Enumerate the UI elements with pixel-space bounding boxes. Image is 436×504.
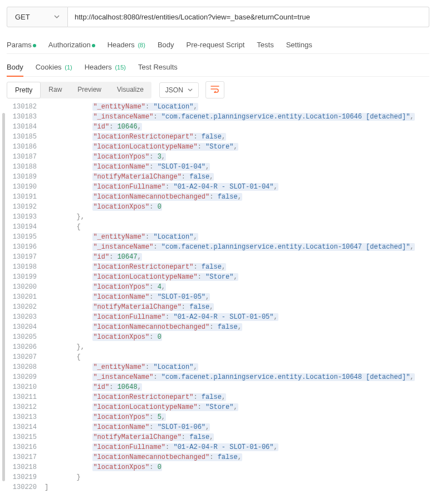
line-number: 130220 bbox=[7, 482, 37, 492]
code-line: "id": 10648, bbox=[45, 382, 429, 392]
tab-label: Params bbox=[7, 41, 32, 49]
format-value: JSON bbox=[165, 86, 183, 94]
line-number: 130193 bbox=[7, 212, 37, 222]
line-number: 130215 bbox=[7, 432, 37, 442]
code-line: "locationRestrictonepart": false, bbox=[45, 392, 429, 402]
code-line: "locationYpos": 4, bbox=[45, 282, 429, 292]
tab-label: Authorization bbox=[48, 41, 91, 49]
code-lines: "_entityName": "Location", "_instanceNam… bbox=[45, 102, 429, 492]
tab-body[interactable]: Body bbox=[158, 36, 174, 53]
request-tabs: Params Authorization Headers (8) Body Pr… bbox=[7, 36, 429, 54]
tab-label: Body bbox=[7, 63, 23, 71]
http-method-value: GET bbox=[15, 13, 30, 21]
resp-tab-cookies[interactable]: Cookies (1) bbox=[36, 58, 72, 76]
response-tabs: Body Cookies (1) Headers (15) Test Resul… bbox=[7, 58, 429, 77]
code-line: "id": 10647, bbox=[45, 252, 429, 262]
code-line: "locationLocationtypeName": "Store", bbox=[45, 272, 429, 282]
tab-prerequest[interactable]: Pre-request Script bbox=[187, 36, 245, 53]
tab-authorization[interactable]: Authorization bbox=[48, 36, 95, 53]
tab-label: Tests bbox=[257, 41, 273, 49]
line-number: 130190 bbox=[7, 182, 37, 192]
code-line: "locationName": "SLOT-01-06", bbox=[45, 422, 429, 432]
response-body-viewer[interactable]: 1301821301831301841301851301861301871301… bbox=[7, 102, 429, 492]
line-number: 130204 bbox=[7, 322, 37, 332]
line-number: 130209 bbox=[7, 372, 37, 382]
code-line: "locationLocationtypeName": "Store", bbox=[45, 402, 429, 412]
code-line: "locationLocationtypeName": "Store", bbox=[45, 142, 429, 152]
line-number: 130203 bbox=[7, 312, 37, 322]
url-input[interactable] bbox=[68, 7, 429, 27]
tab-params[interactable]: Params bbox=[7, 36, 36, 53]
code-line: "locationNamecannotbechanged": false, bbox=[45, 452, 429, 462]
line-number: 130196 bbox=[7, 242, 37, 252]
chevron-down-icon bbox=[54, 13, 60, 21]
tab-count: (8) bbox=[138, 42, 145, 48]
line-number: 130216 bbox=[7, 442, 37, 452]
tab-label: Settings bbox=[286, 41, 312, 49]
tab-settings[interactable]: Settings bbox=[286, 36, 312, 53]
line-number: 130183 bbox=[7, 112, 37, 122]
wrap-icon bbox=[210, 85, 219, 95]
line-number: 130206 bbox=[7, 342, 37, 352]
code-line: "locationNamecannotbechanged": false, bbox=[45, 322, 429, 332]
line-number: 130191 bbox=[7, 192, 37, 202]
tab-count: (15) bbox=[115, 64, 126, 71]
line-number: 130219 bbox=[7, 472, 37, 482]
view-preview[interactable]: Preview bbox=[70, 82, 109, 98]
view-raw[interactable]: Raw bbox=[41, 82, 70, 98]
code-line: "locationYpos": 5, bbox=[45, 412, 429, 422]
code-line: "locationXpos": 0 bbox=[45, 202, 429, 212]
code-line: "_instanceName": "com.facenet.planningse… bbox=[45, 112, 429, 122]
scrollbar[interactable] bbox=[2, 113, 5, 481]
code-line: ] bbox=[45, 482, 429, 492]
line-number: 130207 bbox=[7, 352, 37, 362]
code-line: { bbox=[45, 352, 429, 362]
chevron-down-icon bbox=[188, 86, 193, 94]
view-visualize[interactable]: Visualize bbox=[109, 82, 151, 98]
code-line: "locationNamecannotbechanged": false, bbox=[45, 192, 429, 202]
wrap-lines-button[interactable] bbox=[205, 81, 224, 98]
http-method-select[interactable]: GET bbox=[7, 7, 68, 27]
line-number: 130184 bbox=[7, 122, 37, 132]
tab-label: Headers bbox=[107, 41, 135, 49]
request-row: GET bbox=[7, 7, 429, 27]
line-number: 130194 bbox=[7, 222, 37, 232]
view-mode-group: Pretty Raw Preview Visualize bbox=[7, 82, 151, 98]
active-dot-icon bbox=[92, 44, 95, 47]
code-line: "_entityName": "Location", bbox=[45, 102, 429, 112]
resp-tab-headers[interactable]: Headers (15) bbox=[85, 58, 126, 76]
tab-headers[interactable]: Headers (8) bbox=[107, 36, 145, 53]
line-number: 130199 bbox=[7, 272, 37, 282]
line-number: 130195 bbox=[7, 232, 37, 242]
tab-label: Test Results bbox=[138, 63, 178, 71]
code-line: "locationRestrictonepart": false, bbox=[45, 262, 429, 272]
resp-tab-testresults[interactable]: Test Results bbox=[138, 58, 178, 76]
code-line: "_entityName": "Location", bbox=[45, 362, 429, 372]
line-number: 130201 bbox=[7, 292, 37, 302]
code-line: }, bbox=[45, 212, 429, 222]
view-pretty[interactable]: Pretty bbox=[7, 82, 41, 98]
line-number: 130212 bbox=[7, 402, 37, 412]
line-number: 130211 bbox=[7, 392, 37, 402]
format-select[interactable]: JSON bbox=[159, 82, 199, 98]
code-line: { bbox=[45, 222, 429, 232]
line-number: 130185 bbox=[7, 132, 37, 142]
line-number: 130213 bbox=[7, 412, 37, 422]
code-line: "locationRestrictonepart": false, bbox=[45, 132, 429, 142]
code-line: "locationYpos": 3, bbox=[45, 152, 429, 162]
code-line: "locationFullname": "01-A2-04-R - SLOT-0… bbox=[45, 312, 429, 322]
code-line: "notifyMaterialChange": false, bbox=[45, 172, 429, 182]
line-number: 130218 bbox=[7, 462, 37, 472]
line-number: 130202 bbox=[7, 302, 37, 312]
line-number: 130197 bbox=[7, 252, 37, 262]
code-line: "notifyMaterialChange": false, bbox=[45, 302, 429, 312]
line-number: 130214 bbox=[7, 422, 37, 432]
line-number: 130186 bbox=[7, 142, 37, 152]
tab-tests[interactable]: Tests bbox=[257, 36, 273, 53]
line-number: 130182 bbox=[7, 102, 37, 112]
code-line: "locationName": "SLOT-01-04", bbox=[45, 162, 429, 172]
code-line: "locationXpos": 0 bbox=[45, 462, 429, 472]
code-line: "locationName": "SLOT-01-05", bbox=[45, 292, 429, 302]
code-line: } bbox=[45, 472, 429, 482]
resp-tab-body[interactable]: Body bbox=[7, 58, 23, 77]
